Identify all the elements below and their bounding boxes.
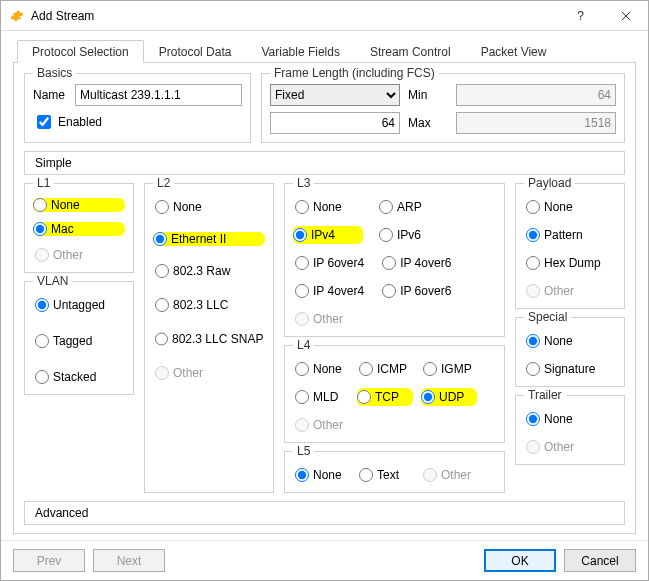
add-stream-dialog: Add Stream ? Protocol Selection Protocol… — [0, 0, 649, 581]
l4-icmp-radio[interactable]: ICMP — [357, 360, 413, 378]
payload-pattern-radio[interactable]: Pattern — [524, 226, 616, 244]
min-label: Min — [408, 88, 444, 102]
help-button[interactable]: ? — [558, 1, 603, 31]
payload-none-radio[interactable]: None — [524, 198, 616, 216]
ok-button[interactable]: OK — [484, 549, 556, 572]
payload-hexdump-radio[interactable]: Hex Dump — [524, 254, 616, 272]
l4-other-radio: Other — [293, 416, 349, 434]
l3-ip6over6-radio[interactable]: IP 6over6 — [380, 282, 453, 300]
advanced-header[interactable]: Advanced — [24, 501, 625, 525]
legend-l5: L5 — [293, 444, 314, 458]
group-l3: L3 None ARP IPv4 IPv6 IP 6over4 IP 4over… — [284, 183, 505, 337]
l4-mld-radio[interactable]: MLD — [293, 388, 349, 406]
l1-other-radio: Other — [33, 246, 125, 264]
l2-other-radio: Other — [153, 364, 265, 382]
group-payload: Payload None Pattern Hex Dump Other — [515, 183, 625, 309]
tab-stream-control[interactable]: Stream Control — [355, 40, 466, 63]
group-l1: L1 None Mac Other — [24, 183, 134, 273]
cancel-button[interactable]: Cancel — [564, 549, 636, 572]
l5-none-radio[interactable]: None — [293, 466, 349, 484]
group-basics: Basics Name Enabled — [24, 73, 251, 143]
max-label: Max — [408, 116, 444, 130]
l3-arp-radio[interactable]: ARP — [377, 198, 447, 216]
legend-basics: Basics — [33, 66, 76, 80]
min-input — [456, 84, 616, 106]
name-label: Name — [33, 88, 65, 102]
l3-ipv4-radio[interactable]: IPv4 — [293, 226, 363, 244]
legend-l3: L3 — [293, 176, 314, 190]
l3-ipv6-radio[interactable]: IPv6 — [377, 226, 447, 244]
group-special: Special None Signature — [515, 317, 625, 387]
vlan-untagged-radio[interactable]: Untagged — [33, 296, 125, 314]
titlebar: Add Stream ? — [1, 1, 648, 31]
l3-ip4over6-radio[interactable]: IP 4over6 — [380, 254, 453, 272]
enabled-label: Enabled — [58, 115, 102, 129]
simple-header[interactable]: Simple — [24, 151, 625, 175]
l3-ip4over4-radio[interactable]: IP 4over4 — [293, 282, 366, 300]
tab-protocol-selection[interactable]: Protocol Selection — [17, 40, 144, 63]
prev-button: Prev — [13, 549, 85, 572]
window-title: Add Stream — [31, 9, 94, 23]
max-input — [456, 112, 616, 134]
legend-l1: L1 — [33, 176, 54, 190]
l2-8023llc-radio[interactable]: 802.3 LLC — [153, 296, 265, 314]
group-l2: L2 None Ethernet II 802.3 Raw 802.3 LLC … — [144, 183, 274, 493]
legend-payload: Payload — [524, 176, 575, 190]
special-none-radio[interactable]: None — [524, 332, 616, 350]
group-l5: L5 None Text Other — [284, 451, 505, 493]
legend-special: Special — [524, 310, 571, 324]
button-bar: Prev Next OK Cancel — [1, 540, 648, 580]
payload-other-radio: Other — [524, 282, 616, 300]
l2-ethernet2-radio[interactable]: Ethernet II — [153, 232, 265, 246]
legend-frame-length: Frame Length (including FCS) — [270, 66, 439, 80]
l5-other-radio: Other — [421, 466, 477, 484]
l2-8023raw-radio[interactable]: 802.3 Raw — [153, 262, 265, 280]
l3-other-radio: Other — [293, 310, 363, 328]
l4-none-radio[interactable]: None — [293, 360, 349, 378]
l4-udp-radio[interactable]: UDP — [421, 388, 477, 406]
l5-text-radio[interactable]: Text — [357, 466, 413, 484]
l2-none-radio[interactable]: None — [153, 198, 265, 216]
enabled-checkbox-box[interactable] — [37, 115, 51, 129]
group-l4: L4 None ICMP IGMP MLD TCP UDP Other — [284, 345, 505, 443]
trailer-other-radio: Other — [524, 438, 616, 456]
group-vlan: VLAN Untagged Tagged Stacked — [24, 281, 134, 395]
close-button[interactable] — [603, 1, 648, 31]
group-trailer: Trailer None Other — [515, 395, 625, 465]
fixed-length-input[interactable] — [270, 112, 400, 134]
gear-icon — [9, 8, 25, 24]
l2-8023llcsnap-radio[interactable]: 802.3 LLC SNAP — [153, 330, 265, 348]
l1-none-radio[interactable]: None — [33, 198, 125, 212]
l4-tcp-radio[interactable]: TCP — [357, 388, 413, 406]
tab-packet-view[interactable]: Packet View — [466, 40, 562, 63]
l3-ip6over4-radio[interactable]: IP 6over4 — [293, 254, 366, 272]
legend-l2: L2 — [153, 176, 174, 190]
tab-bar: Protocol Selection Protocol Data Variabl… — [13, 39, 636, 63]
next-button: Next — [93, 549, 165, 572]
l4-igmp-radio[interactable]: IGMP — [421, 360, 477, 378]
legend-trailer: Trailer — [524, 388, 566, 402]
legend-l4: L4 — [293, 338, 314, 352]
frame-length-mode-select[interactable]: Fixed — [270, 84, 400, 106]
tab-variable-fields[interactable]: Variable Fields — [246, 40, 354, 63]
vlan-tagged-radio[interactable]: Tagged — [33, 332, 125, 350]
trailer-none-radio[interactable]: None — [524, 410, 616, 428]
tab-protocol-data[interactable]: Protocol Data — [144, 40, 247, 63]
tab-page: Basics Name Enabled Frame Length (includ… — [13, 63, 636, 534]
special-signature-radio[interactable]: Signature — [524, 360, 616, 378]
l1-mac-radio[interactable]: Mac — [33, 222, 125, 236]
legend-vlan: VLAN — [33, 274, 72, 288]
vlan-stacked-radio[interactable]: Stacked — [33, 368, 125, 386]
enabled-checkbox[interactable]: Enabled — [33, 112, 102, 132]
group-frame-length: Frame Length (including FCS) Fixed Min M… — [261, 73, 625, 143]
name-input[interactable] — [75, 84, 242, 106]
l3-none-radio[interactable]: None — [293, 198, 363, 216]
